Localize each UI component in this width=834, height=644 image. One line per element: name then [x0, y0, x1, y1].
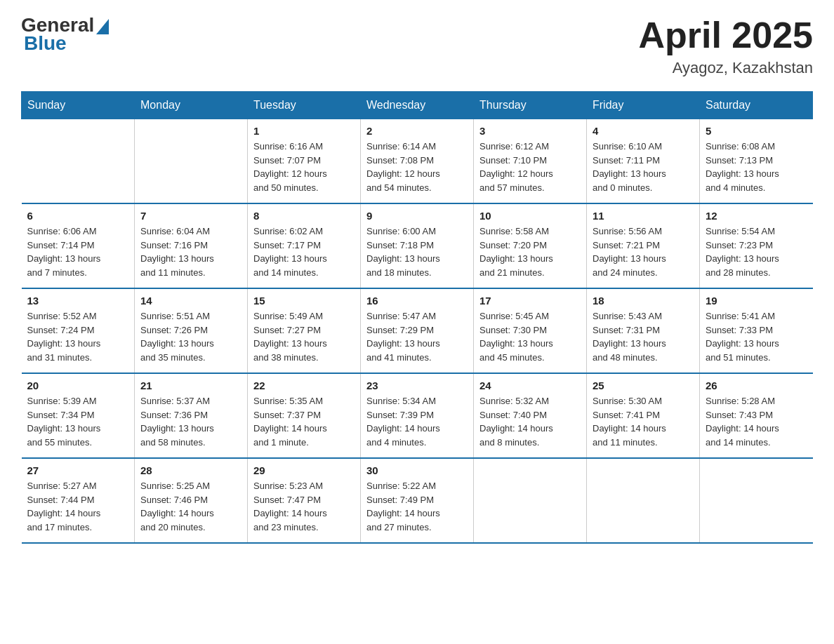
day-number: 22	[253, 380, 355, 391]
calendar-table: SundayMondayTuesdayWednesdayThursdayFrid…	[21, 91, 813, 544]
day-info: Sunrise: 5:34 AM Sunset: 7:39 PM Dayligh…	[366, 394, 468, 449]
calendar-cell: 22Sunrise: 5:35 AM Sunset: 7:37 PM Dayli…	[248, 373, 361, 458]
day-number: 16	[366, 295, 468, 307]
logo-triangle-icon	[96, 19, 109, 34]
day-info: Sunrise: 5:45 AM Sunset: 7:30 PM Dayligh…	[479, 309, 581, 364]
calendar-cell	[22, 119, 135, 204]
calendar-cell: 14Sunrise: 5:51 AM Sunset: 7:26 PM Dayli…	[135, 288, 248, 373]
calendar-cell: 28Sunrise: 5:25 AM Sunset: 7:46 PM Dayli…	[135, 458, 248, 543]
calendar-cell: 27Sunrise: 5:27 AM Sunset: 7:44 PM Dayli…	[22, 458, 135, 543]
calendar-cell: 8Sunrise: 6:02 AM Sunset: 7:17 PM Daylig…	[248, 203, 361, 288]
day-number: 8	[253, 210, 355, 222]
calendar-cell	[135, 119, 248, 204]
day-number: 12	[706, 210, 807, 222]
day-of-week-header: Saturday	[700, 92, 813, 119]
day-info: Sunrise: 6:02 AM Sunset: 7:17 PM Dayligh…	[253, 224, 355, 279]
day-number: 3	[479, 125, 581, 137]
calendar-cell: 16Sunrise: 5:47 AM Sunset: 7:29 PM Dayli…	[361, 288, 474, 373]
day-number: 21	[140, 380, 241, 391]
calendar-cell: 13Sunrise: 5:52 AM Sunset: 7:24 PM Dayli…	[22, 288, 135, 373]
calendar-cell: 18Sunrise: 5:43 AM Sunset: 7:31 PM Dayli…	[587, 288, 700, 373]
day-info: Sunrise: 5:37 AM Sunset: 7:36 PM Dayligh…	[140, 394, 241, 449]
day-number: 5	[706, 125, 807, 137]
day-number: 19	[706, 295, 807, 307]
calendar-cell: 10Sunrise: 5:58 AM Sunset: 7:20 PM Dayli…	[474, 203, 587, 288]
calendar-cell: 15Sunrise: 5:49 AM Sunset: 7:27 PM Dayli…	[248, 288, 361, 373]
day-info: Sunrise: 5:22 AM Sunset: 7:49 PM Dayligh…	[366, 479, 468, 534]
calendar-cell: 25Sunrise: 5:30 AM Sunset: 7:41 PM Dayli…	[587, 373, 700, 458]
day-info: Sunrise: 6:14 AM Sunset: 7:08 PM Dayligh…	[366, 140, 468, 194]
logo: General Blue	[21, 14, 110, 55]
day-info: Sunrise: 5:56 AM Sunset: 7:21 PM Dayligh…	[593, 224, 694, 279]
day-number: 10	[479, 210, 581, 222]
day-info: Sunrise: 6:04 AM Sunset: 7:16 PM Dayligh…	[140, 224, 241, 279]
day-number: 13	[27, 295, 129, 307]
day-of-week-header: Friday	[587, 92, 700, 119]
day-info: Sunrise: 5:23 AM Sunset: 7:47 PM Dayligh…	[253, 479, 355, 534]
calendar-cell: 29Sunrise: 5:23 AM Sunset: 7:47 PM Dayli…	[248, 458, 361, 543]
calendar-cell: 1Sunrise: 6:16 AM Sunset: 7:07 PM Daylig…	[248, 119, 361, 204]
calendar-cell: 20Sunrise: 5:39 AM Sunset: 7:34 PM Dayli…	[22, 373, 135, 458]
day-info: Sunrise: 6:08 AM Sunset: 7:13 PM Dayligh…	[706, 140, 807, 194]
day-number: 18	[593, 295, 694, 307]
calendar-cell: 12Sunrise: 5:54 AM Sunset: 7:23 PM Dayli…	[700, 203, 813, 288]
day-number: 25	[593, 380, 694, 391]
calendar-subtitle: Ayagoz, Kazakhstan	[638, 59, 813, 77]
day-info: Sunrise: 5:47 AM Sunset: 7:29 PM Dayligh…	[366, 309, 468, 364]
calendar-title: April 2025	[638, 14, 813, 56]
day-of-week-header: Thursday	[474, 92, 587, 119]
day-info: Sunrise: 5:58 AM Sunset: 7:20 PM Dayligh…	[479, 224, 581, 279]
calendar-cell	[474, 458, 587, 543]
day-info: Sunrise: 6:16 AM Sunset: 7:07 PM Dayligh…	[253, 140, 355, 194]
calendar-cell: 26Sunrise: 5:28 AM Sunset: 7:43 PM Dayli…	[700, 373, 813, 458]
day-info: Sunrise: 6:10 AM Sunset: 7:11 PM Dayligh…	[593, 140, 694, 194]
day-number: 17	[479, 295, 581, 307]
calendar-cell: 5Sunrise: 6:08 AM Sunset: 7:13 PM Daylig…	[700, 119, 813, 204]
day-info: Sunrise: 5:25 AM Sunset: 7:46 PM Dayligh…	[140, 479, 241, 534]
calendar-cell: 6Sunrise: 6:06 AM Sunset: 7:14 PM Daylig…	[22, 203, 135, 288]
day-number: 7	[140, 210, 241, 222]
calendar-cell: 21Sunrise: 5:37 AM Sunset: 7:36 PM Dayli…	[135, 373, 248, 458]
day-number: 11	[593, 210, 694, 222]
calendar-cell	[587, 458, 700, 543]
calendar-cell: 23Sunrise: 5:34 AM Sunset: 7:39 PM Dayli…	[361, 373, 474, 458]
day-number: 28	[140, 464, 241, 476]
page-header: General Blue April 2025 Ayagoz, Kazakhst…	[21, 14, 813, 77]
calendar-week-row: 20Sunrise: 5:39 AM Sunset: 7:34 PM Dayli…	[22, 373, 813, 458]
day-info: Sunrise: 5:41 AM Sunset: 7:33 PM Dayligh…	[706, 309, 807, 364]
day-info: Sunrise: 5:27 AM Sunset: 7:44 PM Dayligh…	[27, 479, 129, 534]
day-info: Sunrise: 5:32 AM Sunset: 7:40 PM Dayligh…	[479, 394, 581, 449]
calendar-cell: 3Sunrise: 6:12 AM Sunset: 7:10 PM Daylig…	[474, 119, 587, 204]
calendar-cell	[700, 458, 813, 543]
day-number: 9	[366, 210, 468, 222]
day-info: Sunrise: 5:54 AM Sunset: 7:23 PM Dayligh…	[706, 224, 807, 279]
title-block: April 2025 Ayagoz, Kazakhstan	[638, 14, 813, 77]
day-number: 15	[253, 295, 355, 307]
day-info: Sunrise: 5:39 AM Sunset: 7:34 PM Dayligh…	[27, 394, 129, 449]
calendar-cell: 7Sunrise: 6:04 AM Sunset: 7:16 PM Daylig…	[135, 203, 248, 288]
calendar-cell: 9Sunrise: 6:00 AM Sunset: 7:18 PM Daylig…	[361, 203, 474, 288]
day-info: Sunrise: 6:06 AM Sunset: 7:14 PM Dayligh…	[27, 224, 129, 279]
calendar-cell: 19Sunrise: 5:41 AM Sunset: 7:33 PM Dayli…	[700, 288, 813, 373]
calendar-week-row: 1Sunrise: 6:16 AM Sunset: 7:07 PM Daylig…	[22, 119, 813, 204]
day-number: 20	[27, 380, 129, 391]
day-number: 23	[366, 380, 468, 391]
day-of-week-header: Tuesday	[248, 92, 361, 119]
calendar-cell: 30Sunrise: 5:22 AM Sunset: 7:49 PM Dayli…	[361, 458, 474, 543]
day-number: 2	[366, 125, 468, 137]
day-number: 6	[27, 210, 129, 222]
calendar-cell: 17Sunrise: 5:45 AM Sunset: 7:30 PM Dayli…	[474, 288, 587, 373]
calendar-cell: 4Sunrise: 6:10 AM Sunset: 7:11 PM Daylig…	[587, 119, 700, 204]
day-number: 24	[479, 380, 581, 391]
calendar-cell: 24Sunrise: 5:32 AM Sunset: 7:40 PM Dayli…	[474, 373, 587, 458]
day-info: Sunrise: 5:52 AM Sunset: 7:24 PM Dayligh…	[27, 309, 129, 364]
day-info: Sunrise: 5:49 AM Sunset: 7:27 PM Dayligh…	[253, 309, 355, 364]
day-info: Sunrise: 6:12 AM Sunset: 7:10 PM Dayligh…	[479, 140, 581, 194]
day-number: 29	[253, 464, 355, 476]
day-of-week-header: Wednesday	[361, 92, 474, 119]
calendar-header-row: SundayMondayTuesdayWednesdayThursdayFrid…	[22, 92, 813, 119]
day-info: Sunrise: 5:28 AM Sunset: 7:43 PM Dayligh…	[706, 394, 807, 449]
calendar-cell: 2Sunrise: 6:14 AM Sunset: 7:08 PM Daylig…	[361, 119, 474, 204]
calendar-cell: 11Sunrise: 5:56 AM Sunset: 7:21 PM Dayli…	[587, 203, 700, 288]
calendar-week-row: 13Sunrise: 5:52 AM Sunset: 7:24 PM Dayli…	[22, 288, 813, 373]
